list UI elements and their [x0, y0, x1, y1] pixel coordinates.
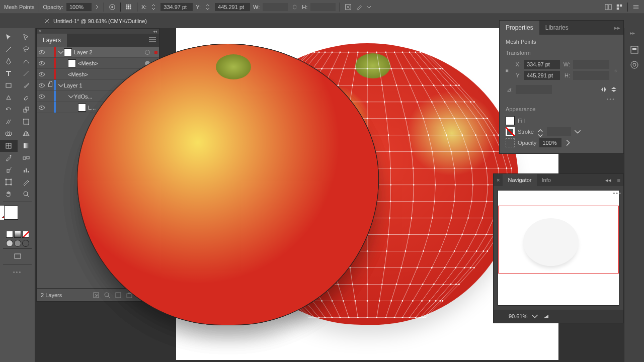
- none-mode-icon[interactable]: [22, 231, 29, 238]
- gradient-mode-icon[interactable]: [14, 231, 21, 238]
- pen-tool[interactable]: [0, 55, 18, 67]
- edit-toolbar-icon[interactable]: •••: [0, 266, 35, 278]
- navigator-view[interactable]: [498, 190, 619, 306]
- chevron-right-icon[interactable]: [565, 139, 572, 146]
- edit-similar-icon[interactable]: [355, 3, 363, 11]
- reference-point-icon[interactable]: [125, 3, 133, 11]
- layer-row[interactable]: YdOs...: [37, 91, 159, 102]
- draw-behind-icon[interactable]: [14, 240, 21, 247]
- panel-collapse-icon[interactable]: ◂◂: [153, 29, 157, 34]
- fill-swatch[interactable]: [506, 116, 515, 125]
- type-tool[interactable]: [0, 67, 18, 79]
- export-icon[interactable]: [93, 292, 100, 299]
- color-mode-icon[interactable]: [6, 231, 13, 238]
- locate-icon[interactable]: [104, 292, 111, 299]
- opacity-input[interactable]: [66, 3, 92, 11]
- tab-info[interactable]: Info: [537, 174, 556, 186]
- recolor-icon[interactable]: [108, 3, 116, 11]
- chevron-down-icon[interactable]: [531, 313, 538, 320]
- paintbrush-tool[interactable]: [18, 79, 35, 92]
- rotate-tool[interactable]: [0, 104, 18, 116]
- properties-dock-icon[interactable]: [630, 45, 639, 54]
- blend-tool[interactable]: [18, 152, 35, 164]
- artboard-tool[interactable]: [0, 176, 18, 188]
- eraser-tool[interactable]: [18, 92, 35, 104]
- chevron-down-icon[interactable]: [574, 128, 581, 135]
- chevron-down-icon[interactable]: [366, 3, 371, 11]
- x-input[interactable]: [160, 3, 193, 11]
- panel-toggle-icon[interactable]: ▸▸: [630, 30, 639, 39]
- list-icon[interactable]: [632, 3, 640, 11]
- layers-tab[interactable]: Layers: [37, 34, 67, 47]
- magic-wand-tool[interactable]: [0, 43, 18, 55]
- collapse-panel-icon[interactable]: ▸▸: [611, 25, 623, 31]
- panel-menu-icon[interactable]: ≡: [614, 177, 623, 183]
- eyedropper-tool[interactable]: [0, 152, 18, 164]
- fill-stroke-swatch[interactable]: [2, 206, 33, 228]
- document-tab[interactable]: Untitled-1* @ 90.61% (CMYK/Outline): [39, 14, 152, 28]
- visibility-toggle[interactable]: [37, 95, 47, 99]
- opacity-input[interactable]: [539, 138, 561, 147]
- layer-row[interactable]: <Mesh>: [37, 58, 159, 69]
- scale-tool[interactable]: [18, 104, 35, 116]
- fill-swatch[interactable]: [4, 206, 18, 220]
- perspective-tool[interactable]: [18, 128, 35, 140]
- collapse-icon[interactable]: ◂◂: [602, 177, 614, 184]
- zoom-tool[interactable]: [18, 188, 35, 200]
- shape-builder-tool[interactable]: [0, 128, 18, 140]
- visibility-toggle[interactable]: [37, 72, 47, 76]
- arrange-docs-icon[interactable]: [604, 3, 612, 11]
- lock-toggle[interactable]: [47, 83, 54, 87]
- mesh-tool[interactable]: [0, 140, 18, 152]
- symbol-sprayer-tool[interactable]: [0, 164, 18, 176]
- tab-properties[interactable]: Properties: [500, 21, 539, 35]
- zoom-in-icon[interactable]: [542, 313, 549, 320]
- more-options-icon[interactable]: •••: [506, 96, 617, 102]
- stroke-weight-stepper[interactable]: [537, 128, 544, 135]
- screen-mode-icon[interactable]: [0, 250, 35, 262]
- target-icon[interactable]: [142, 50, 153, 55]
- draw-inside-icon[interactable]: [22, 240, 29, 247]
- close-icon[interactable]: ×: [494, 177, 503, 183]
- gradient-tool[interactable]: [18, 140, 35, 152]
- panel-menu-icon[interactable]: [146, 37, 159, 43]
- navigator-viewport[interactable]: [498, 206, 619, 274]
- y-input[interactable]: [215, 3, 250, 11]
- column-graph-tool[interactable]: [18, 164, 35, 176]
- y-stepper-icon[interactable]: [204, 3, 212, 11]
- flip-horizontal-icon[interactable]: [600, 86, 607, 93]
- x-stepper-icon[interactable]: [149, 3, 157, 11]
- layer-row[interactable]: Layer 2: [37, 47, 159, 58]
- draw-normal-icon[interactable]: [6, 240, 13, 247]
- direct-selection-tool[interactable]: [18, 31, 35, 43]
- tab-navigator[interactable]: Navigator: [503, 174, 536, 186]
- close-icon[interactable]: [44, 19, 49, 24]
- line-tool[interactable]: [18, 67, 35, 79]
- visibility-toggle[interactable]: [37, 61, 47, 65]
- tab-libraries[interactable]: Libraries: [539, 21, 575, 35]
- stroke-swatch[interactable]: [506, 127, 515, 136]
- cc-libraries-icon[interactable]: [630, 60, 639, 69]
- lasso-tool[interactable]: [18, 43, 35, 55]
- clip-mask-icon[interactable]: [115, 292, 122, 299]
- reference-point-icon[interactable]: [506, 67, 509, 74]
- panel-overflow-icon[interactable]: •••: [613, 190, 622, 196]
- link-wh-icon[interactable]: [291, 3, 299, 11]
- rectangle-tool[interactable]: [0, 79, 18, 92]
- panel-close-icon[interactable]: ×: [39, 29, 41, 34]
- slice-tool[interactable]: [18, 176, 35, 188]
- disclosure-icon[interactable]: [58, 49, 64, 55]
- disclosure-icon[interactable]: [68, 94, 74, 100]
- free-transform-tool[interactable]: [18, 116, 35, 128]
- zoom-out-icon[interactable]: [498, 313, 505, 320]
- hand-tool[interactable]: [0, 188, 18, 200]
- flip-vertical-icon[interactable]: [610, 86, 617, 93]
- constrain-icon[interactable]: [614, 67, 617, 74]
- transform-y-input[interactable]: [524, 71, 560, 80]
- transform-x-input[interactable]: [524, 60, 560, 69]
- isolate-icon[interactable]: [344, 3, 352, 11]
- selection-tool[interactable]: [0, 31, 18, 43]
- shaper-tool[interactable]: [0, 92, 18, 104]
- disclosure-icon[interactable]: [58, 82, 64, 88]
- visibility-toggle[interactable]: [37, 83, 47, 87]
